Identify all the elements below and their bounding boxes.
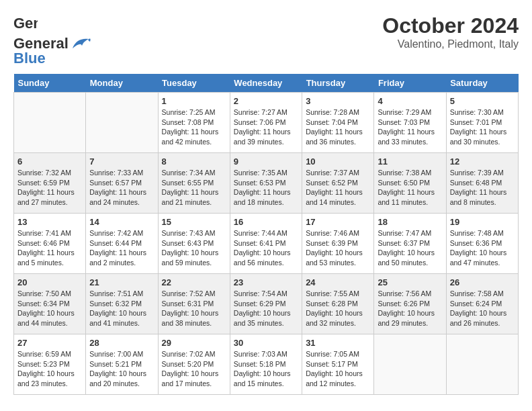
day-number: 20 (17, 277, 82, 287)
day-content: Sunrise: 7:39 AM Sunset: 6:48 PM Dayligh… (450, 168, 515, 208)
day-content: Sunrise: 6:59 AM Sunset: 5:23 PM Dayligh… (17, 349, 82, 389)
day-number: 11 (378, 156, 442, 167)
calendar-cell: 26Sunrise: 7:58 AM Sunset: 6:24 PM Dayli… (446, 274, 518, 334)
calendar-cell: 7Sunrise: 7:33 AM Sunset: 6:57 PM Daylig… (86, 153, 158, 214)
day-content: Sunrise: 7:32 AM Sunset: 6:59 PM Dayligh… (17, 168, 82, 208)
calendar-week-row: 1Sunrise: 7:25 AM Sunset: 7:08 PM Daylig… (14, 93, 519, 153)
calendar-cell: 6Sunrise: 7:32 AM Sunset: 6:59 PM Daylig… (14, 153, 86, 214)
calendar-cell: 22Sunrise: 7:52 AM Sunset: 6:31 PM Dayli… (158, 274, 230, 334)
day-number: 27 (17, 338, 82, 348)
day-number: 23 (234, 277, 298, 287)
logo-blue: Blue (13, 50, 46, 67)
day-content: Sunrise: 7:38 AM Sunset: 6:50 PM Dayligh… (378, 168, 442, 208)
day-content: Sunrise: 7:50 AM Sunset: 6:34 PM Dayligh… (17, 289, 82, 328)
calendar-cell (14, 93, 86, 153)
day-content: Sunrise: 7:52 AM Sunset: 6:31 PM Dayligh… (162, 289, 226, 328)
calendar-week-row: 6Sunrise: 7:32 AM Sunset: 6:59 PM Daylig… (14, 153, 519, 214)
calendar-cell: 18Sunrise: 7:47 AM Sunset: 6:37 PM Dayli… (374, 214, 446, 274)
day-number: 4 (378, 96, 442, 106)
day-number: 18 (378, 217, 442, 227)
calendar-cell: 1Sunrise: 7:25 AM Sunset: 7:08 PM Daylig… (158, 93, 230, 153)
calendar-cell: 13Sunrise: 7:41 AM Sunset: 6:46 PM Dayli… (14, 214, 86, 274)
day-number: 22 (162, 277, 226, 287)
day-content: Sunrise: 7:42 AM Sunset: 6:44 PM Dayligh… (89, 228, 154, 268)
day-number: 9 (234, 156, 298, 167)
column-header-tuesday: Tuesday (158, 74, 230, 93)
calendar-week-row: 13Sunrise: 7:41 AM Sunset: 6:46 PM Dayli… (14, 214, 519, 274)
day-number: 16 (234, 217, 298, 227)
calendar-cell: 23Sunrise: 7:54 AM Sunset: 6:29 PM Dayli… (230, 274, 302, 334)
day-number: 6 (17, 156, 82, 167)
calendar-cell: 25Sunrise: 7:56 AM Sunset: 6:26 PM Dayli… (374, 274, 446, 334)
calendar-cell: 3Sunrise: 7:28 AM Sunset: 7:04 PM Daylig… (302, 93, 374, 153)
day-content: Sunrise: 7:29 AM Sunset: 7:03 PM Dayligh… (378, 107, 442, 147)
calendar-cell: 9Sunrise: 7:35 AM Sunset: 6:53 PM Daylig… (230, 153, 302, 214)
day-content: Sunrise: 7:51 AM Sunset: 6:32 PM Dayligh… (89, 289, 154, 328)
month-title: October 2024 (382, 13, 519, 38)
day-number: 3 (306, 96, 370, 106)
day-content: Sunrise: 7:27 AM Sunset: 7:06 PM Dayligh… (234, 107, 298, 147)
day-number: 26 (450, 277, 515, 287)
svg-text:General: General (13, 15, 38, 32)
calendar-cell: 19Sunrise: 7:48 AM Sunset: 6:36 PM Dayli… (446, 214, 518, 274)
calendar-table: SundayMondayTuesdayWednesdayThursdayFrid… (13, 74, 519, 395)
column-header-wednesday: Wednesday (230, 74, 302, 93)
day-number: 5 (450, 96, 515, 106)
calendar-header-row: SundayMondayTuesdayWednesdayThursdayFrid… (14, 74, 519, 93)
column-header-thursday: Thursday (302, 74, 374, 93)
day-content: Sunrise: 7:28 AM Sunset: 7:04 PM Dayligh… (306, 107, 370, 147)
day-content: Sunrise: 7:56 AM Sunset: 6:26 PM Dayligh… (378, 289, 442, 328)
calendar-cell: 2Sunrise: 7:27 AM Sunset: 7:06 PM Daylig… (230, 93, 302, 153)
day-number: 29 (162, 338, 226, 348)
day-content: Sunrise: 7:35 AM Sunset: 6:53 PM Dayligh… (234, 168, 298, 208)
calendar-cell: 20Sunrise: 7:50 AM Sunset: 6:34 PM Dayli… (14, 274, 86, 334)
logo-bird-icon (70, 36, 91, 51)
calendar-cell: 24Sunrise: 7:55 AM Sunset: 6:28 PM Dayli… (302, 274, 374, 334)
column-header-sunday: Sunday (14, 74, 86, 93)
day-content: Sunrise: 7:37 AM Sunset: 6:52 PM Dayligh… (306, 168, 370, 208)
day-number: 24 (306, 277, 370, 287)
day-number: 28 (89, 338, 154, 348)
column-header-monday: Monday (86, 74, 158, 93)
calendar-cell: 21Sunrise: 7:51 AM Sunset: 6:32 PM Dayli… (86, 274, 158, 334)
day-number: 17 (306, 217, 370, 227)
day-content: Sunrise: 7:54 AM Sunset: 6:29 PM Dayligh… (234, 289, 298, 328)
calendar-cell (86, 93, 158, 153)
calendar-cell: 5Sunrise: 7:30 AM Sunset: 7:01 PM Daylig… (446, 93, 518, 153)
day-content: Sunrise: 7:58 AM Sunset: 6:24 PM Dayligh… (450, 289, 515, 328)
calendar-week-row: 20Sunrise: 7:50 AM Sunset: 6:34 PM Dayli… (14, 274, 519, 334)
calendar-cell (374, 334, 446, 395)
calendar-cell: 17Sunrise: 7:46 AM Sunset: 6:39 PM Dayli… (302, 214, 374, 274)
calendar-cell: 27Sunrise: 6:59 AM Sunset: 5:23 PM Dayli… (14, 334, 86, 395)
calendar-cell: 4Sunrise: 7:29 AM Sunset: 7:03 PM Daylig… (374, 93, 446, 153)
day-number: 7 (89, 156, 154, 167)
day-number: 1 (162, 96, 226, 106)
day-content: Sunrise: 7:55 AM Sunset: 6:28 PM Dayligh… (306, 289, 370, 328)
day-content: Sunrise: 7:41 AM Sunset: 6:46 PM Dayligh… (17, 228, 82, 268)
day-number: 21 (89, 277, 154, 287)
calendar-week-row: 27Sunrise: 6:59 AM Sunset: 5:23 PM Dayli… (14, 334, 519, 395)
day-number: 12 (450, 156, 515, 167)
logo-icon: General (13, 13, 38, 35)
day-content: Sunrise: 7:05 AM Sunset: 5:17 PM Dayligh… (306, 349, 370, 389)
day-content: Sunrise: 7:25 AM Sunset: 7:08 PM Dayligh… (162, 107, 226, 147)
column-header-saturday: Saturday (446, 74, 518, 93)
calendar-cell: 15Sunrise: 7:43 AM Sunset: 6:43 PM Dayli… (158, 214, 230, 274)
calendar-cell: 8Sunrise: 7:34 AM Sunset: 6:55 PM Daylig… (158, 153, 230, 214)
day-content: Sunrise: 7:46 AM Sunset: 6:39 PM Dayligh… (306, 228, 370, 268)
location: Valentino, Piedmont, Italy (382, 38, 519, 50)
day-number: 13 (17, 217, 82, 227)
calendar-cell: 31Sunrise: 7:05 AM Sunset: 5:17 PM Dayli… (302, 334, 374, 395)
day-content: Sunrise: 7:03 AM Sunset: 5:18 PM Dayligh… (234, 349, 298, 389)
day-number: 25 (378, 277, 442, 287)
calendar-cell: 11Sunrise: 7:38 AM Sunset: 6:50 PM Dayli… (374, 153, 446, 214)
calendar-cell: 14Sunrise: 7:42 AM Sunset: 6:44 PM Dayli… (86, 214, 158, 274)
calendar-cell: 30Sunrise: 7:03 AM Sunset: 5:18 PM Dayli… (230, 334, 302, 395)
day-content: Sunrise: 7:44 AM Sunset: 6:41 PM Dayligh… (234, 228, 298, 268)
day-number: 2 (234, 96, 298, 106)
calendar-cell: 16Sunrise: 7:44 AM Sunset: 6:41 PM Dayli… (230, 214, 302, 274)
calendar-cell: 10Sunrise: 7:37 AM Sunset: 6:52 PM Dayli… (302, 153, 374, 214)
day-number: 10 (306, 156, 370, 167)
day-content: Sunrise: 7:02 AM Sunset: 5:20 PM Dayligh… (162, 349, 226, 389)
logo: General General Blue (13, 13, 91, 67)
